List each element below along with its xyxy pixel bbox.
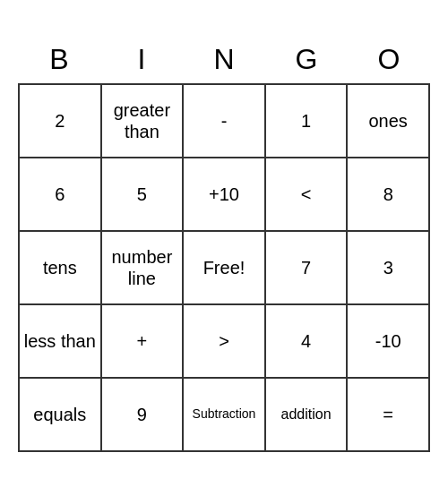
cell-7: +10 <box>184 158 266 232</box>
cell-12: Free! <box>184 232 266 305</box>
cell-8: < <box>266 158 349 232</box>
cell-18: 4 <box>266 305 349 379</box>
cell-23: addition <box>266 379 349 452</box>
cell-2: - <box>184 85 266 158</box>
cell-10: tens <box>20 232 102 305</box>
header-o: O <box>348 36 430 83</box>
cell-15: less than <box>20 305 102 379</box>
cell-22: Subtraction <box>184 379 266 452</box>
cell-14: 3 <box>348 232 430 305</box>
cell-16: + <box>102 305 185 379</box>
cell-20: equals <box>20 379 102 452</box>
header-b: B <box>18 36 100 83</box>
header-n: N <box>183 36 265 83</box>
header-i: I <box>100 36 183 83</box>
bingo-card: B I N G O 2 greater than - 1 ones 6 5 +1… <box>18 36 430 452</box>
cell-4: ones <box>348 85 430 158</box>
cell-6: 5 <box>102 158 185 232</box>
bingo-header: B I N G O <box>18 36 430 83</box>
cell-24: = <box>348 379 430 452</box>
cell-1: greater than <box>102 85 185 158</box>
cell-13: 7 <box>266 232 349 305</box>
cell-19: -10 <box>348 305 430 379</box>
cell-0: 2 <box>20 85 102 158</box>
cell-11: number line <box>102 232 185 305</box>
cell-5: 6 <box>20 158 102 232</box>
cell-21: 9 <box>102 379 185 452</box>
cell-3: 1 <box>266 85 349 158</box>
cell-17: > <box>184 305 266 379</box>
cell-9: 8 <box>348 158 430 232</box>
header-g: G <box>265 36 348 83</box>
bingo-grid: 2 greater than - 1 ones 6 5 +10 < 8 tens… <box>18 83 430 452</box>
